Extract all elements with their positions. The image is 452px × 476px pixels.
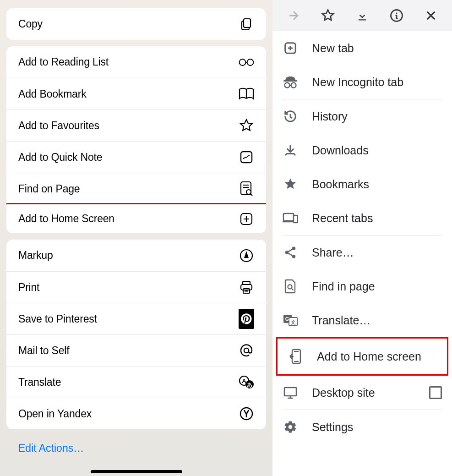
edit-actions-button[interactable]: Edit Actions… — [6, 436, 266, 459]
svg-text:文: 文 — [290, 319, 296, 325]
bookmarks-row[interactable]: Bookmarks — [272, 167, 452, 201]
find-on-page-row[interactable]: Find on Page — [6, 173, 266, 204]
new-tab-row[interactable]: New tab — [272, 31, 452, 65]
add-favourites-row[interactable]: Add to Favourites — [6, 109, 266, 141]
translate-chrome-row[interactable]: G文 Translate… — [272, 303, 452, 337]
plusbox-icon — [239, 211, 254, 227]
add-to-home-screen-label: Add to Home Screen — [18, 213, 114, 225]
addhome-icon — [288, 349, 303, 364]
svg-point-25 — [285, 251, 289, 254]
open-yandex-row[interactable]: Open in Yandex — [6, 398, 266, 429]
pinterest-icon — [239, 311, 254, 327]
incognito-tab-row[interactable]: New Incognito tab — [272, 65, 452, 99]
add-to-home-screen-row[interactable]: Add to Home Screen — [6, 203, 266, 233]
recent-tabs-label: Recent tabs — [312, 212, 373, 225]
svg-point-24 — [292, 247, 296, 251]
svg-point-21 — [291, 83, 296, 88]
desktop-site-row[interactable]: Desktop site — [272, 376, 452, 410]
save-pinterest-row[interactable]: Save to Pinterest — [6, 303, 266, 334]
desktop-site-checkbox[interactable] — [429, 386, 442, 399]
svg-point-1 — [240, 59, 246, 66]
mail-to-self-row[interactable]: Mail to Self — [6, 334, 266, 366]
home-indicator[interactable] — [91, 470, 182, 473]
ios-group-actions: Markup Print Save to Pinterest — [6, 240, 266, 429]
settings-row[interactable]: Settings — [272, 410, 452, 444]
info-icon[interactable] — [387, 6, 406, 25]
quicknote-icon — [239, 149, 254, 165]
add-to-home-screen-chrome-row[interactable]: Add to Home screen — [276, 337, 448, 376]
settings-label: Settings — [312, 421, 353, 434]
svg-rect-0 — [244, 19, 251, 27]
yandex-icon — [239, 406, 254, 421]
svg-text:あ: あ — [247, 382, 252, 388]
chrome-menu-list: New tab New Incognito tab History Downlo… — [272, 31, 452, 444]
svg-rect-4 — [241, 182, 251, 195]
new-tab-label: New tab — [312, 42, 354, 55]
find-in-page-label: Find in page — [312, 280, 375, 293]
download2-icon — [283, 142, 298, 158]
find-in-page-row[interactable]: Find in page — [272, 269, 452, 303]
open-yandex-label: Open in Yandex — [18, 408, 92, 420]
devices-icon — [283, 210, 298, 226]
history-icon — [283, 109, 298, 124]
print-icon — [239, 279, 254, 295]
history-label: History — [312, 110, 348, 123]
svg-point-11 — [244, 348, 249, 353]
reading-list-row[interactable]: Add to Reading List — [6, 46, 266, 78]
svg-point-2 — [247, 59, 254, 66]
newtab-icon — [283, 40, 298, 56]
find-on-page-label: Find on Page — [18, 183, 80, 195]
quick-note-label: Add to Quick Note — [18, 151, 102, 164]
star-icon — [239, 118, 254, 133]
edit-actions-label: Edit Actions… — [18, 442, 84, 454]
forward-icon[interactable] — [284, 6, 303, 25]
download-icon[interactable] — [353, 6, 371, 25]
starfill-icon — [283, 176, 298, 192]
svg-rect-10 — [243, 289, 250, 293]
add-bookmark-label: Add Bookmark — [18, 88, 86, 100]
share-icon — [283, 245, 298, 260]
history-row[interactable]: History — [272, 99, 452, 133]
markup-label: Markup — [18, 249, 53, 262]
downloads-label: Downloads — [312, 144, 369, 157]
findpage-icon — [239, 181, 254, 197]
print-row[interactable]: Print — [6, 271, 266, 303]
gtranslate-icon: G文 — [283, 312, 298, 328]
glasses-icon — [239, 55, 254, 70]
desktop-site-label: Desktop site — [312, 386, 375, 399]
svg-rect-19 — [283, 80, 297, 82]
svg-point-20 — [285, 83, 290, 88]
ios-group-copy: Copy — [6, 8, 266, 40]
svg-rect-23 — [294, 215, 298, 223]
svg-rect-9 — [241, 285, 252, 290]
translate-label: Translate — [18, 376, 61, 388]
svg-point-26 — [292, 255, 296, 258]
downloads-row[interactable]: Downloads — [272, 133, 452, 167]
svg-rect-33 — [284, 388, 296, 396]
svg-point-5 — [246, 190, 251, 194]
print-label: Print — [18, 281, 39, 294]
incognito-icon — [283, 74, 298, 90]
ios-group-add: Add to Reading List Add Bookmark Add to … — [6, 46, 266, 233]
close-icon[interactable] — [422, 6, 440, 25]
at-icon — [239, 343, 254, 358]
translate-row[interactable]: Translate A あ — [6, 366, 266, 398]
reading-list-label: Add to Reading List — [18, 56, 109, 68]
mail-to-self-label: Mail to Self — [18, 345, 69, 357]
svg-point-27 — [288, 285, 292, 289]
markup-row[interactable]: Markup — [6, 240, 266, 271]
star-outline-icon[interactable] — [319, 6, 337, 25]
add-bookmark-row[interactable]: Add Bookmark — [6, 78, 266, 109]
quick-note-row[interactable]: Add to Quick Note — [6, 141, 266, 173]
settings-icon — [283, 419, 298, 435]
ios-share-sheet: Copy Add to Reading List Add Bookmark — [0, 0, 272, 476]
copy-label: Copy — [18, 18, 43, 30]
chrome-toolbar — [272, 0, 452, 31]
translate-icon: A あ — [239, 374, 254, 390]
recent-tabs-row[interactable]: Recent tabs — [272, 201, 452, 235]
share-row[interactable]: Share… — [272, 235, 452, 269]
copy-row[interactable]: Copy — [6, 8, 266, 40]
desktop-icon — [283, 385, 298, 400]
translate-chrome-label: Translate… — [312, 314, 370, 327]
chrome-menu-panel: New tab New Incognito tab History Downlo… — [272, 0, 452, 476]
